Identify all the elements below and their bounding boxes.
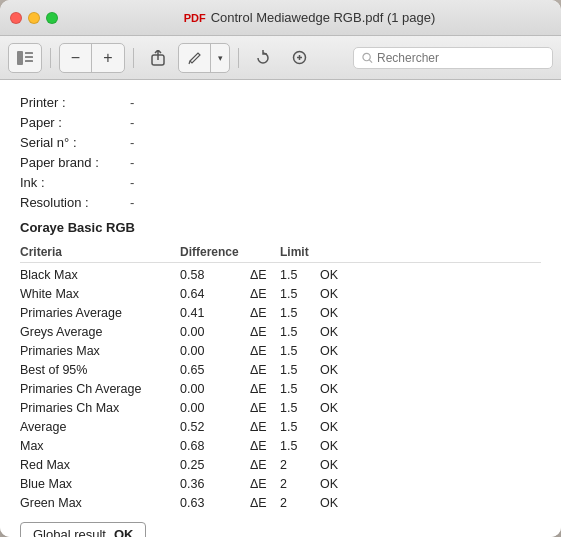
table-row: Primaries Max 0.00 ΔE 1.5 OK bbox=[20, 341, 541, 360]
pen-button-group: ▾ bbox=[178, 43, 230, 73]
row-criteria: Green Max bbox=[20, 496, 180, 510]
rotate-button[interactable] bbox=[247, 44, 279, 72]
row-limit: 2 bbox=[280, 458, 320, 472]
row-limit: 2 bbox=[280, 496, 320, 510]
zoom-button-group: − + bbox=[59, 43, 125, 73]
criteria-table: Criteria Difference Limit Black Max 0.58… bbox=[20, 241, 541, 512]
row-limit: 1.5 bbox=[280, 344, 320, 358]
annotate-button[interactable] bbox=[283, 44, 315, 72]
row-unit: ΔE bbox=[250, 477, 280, 491]
global-result-box: Global result OK bbox=[20, 522, 146, 537]
row-diff: 0.52 bbox=[180, 420, 250, 434]
header-limit: Limit bbox=[280, 245, 320, 259]
row-status: OK bbox=[320, 363, 360, 377]
table-row: Best of 95% 0.65 ΔE 1.5 OK bbox=[20, 360, 541, 379]
close-button[interactable] bbox=[10, 12, 22, 24]
search-input[interactable] bbox=[377, 51, 544, 65]
svg-rect-1 bbox=[25, 52, 33, 54]
svg-point-10 bbox=[363, 53, 370, 60]
row-unit: ΔE bbox=[250, 458, 280, 472]
table-row: White Max 0.64 ΔE 1.5 OK bbox=[20, 284, 541, 303]
sidebar-button-group bbox=[8, 43, 42, 73]
row-status: OK bbox=[320, 420, 360, 434]
row-criteria: Average bbox=[20, 420, 180, 434]
maximize-button[interactable] bbox=[46, 12, 58, 24]
row-criteria: Primaries Max bbox=[20, 344, 180, 358]
row-limit: 1.5 bbox=[280, 268, 320, 282]
pen-dropdown-button[interactable]: ▾ bbox=[211, 44, 229, 72]
share-button[interactable] bbox=[142, 44, 174, 72]
table-row: Max 0.68 ΔE 1.5 OK bbox=[20, 436, 541, 455]
search-icon bbox=[362, 52, 373, 64]
table-row: Blue Max 0.36 ΔE 2 OK bbox=[20, 474, 541, 493]
info-row-resolution: Resolution : - bbox=[20, 192, 541, 212]
row-diff: 0.00 bbox=[180, 344, 250, 358]
search-box[interactable] bbox=[353, 47, 553, 69]
row-status: OK bbox=[320, 401, 360, 415]
content-area: Printer : - Paper : - Serial n° : - Pape… bbox=[0, 80, 561, 537]
row-diff: 0.41 bbox=[180, 306, 250, 320]
paper-brand-label: Paper brand : bbox=[20, 155, 130, 170]
row-status: OK bbox=[320, 287, 360, 301]
pdf-icon: PDF bbox=[184, 12, 206, 24]
zoom-out-button[interactable]: − bbox=[60, 44, 92, 72]
info-row-paper: Paper : - bbox=[20, 112, 541, 132]
info-row-serial: Serial n° : - bbox=[20, 132, 541, 152]
svg-rect-0 bbox=[17, 51, 23, 65]
row-limit: 1.5 bbox=[280, 287, 320, 301]
paper-value: - bbox=[130, 115, 134, 130]
svg-line-11 bbox=[369, 59, 372, 62]
resolution-label: Resolution : bbox=[20, 195, 130, 210]
global-result-label: Global result bbox=[33, 527, 106, 537]
traffic-lights bbox=[10, 12, 58, 24]
title-label: Control Mediawedge RGB.pdf (1 page) bbox=[211, 10, 436, 25]
row-status: OK bbox=[320, 325, 360, 339]
zoom-in-button[interactable]: + bbox=[92, 44, 124, 72]
pen-button[interactable] bbox=[179, 44, 211, 72]
table-row: Greys Average 0.00 ΔE 1.5 OK bbox=[20, 322, 541, 341]
row-limit: 1.5 bbox=[280, 363, 320, 377]
row-unit: ΔE bbox=[250, 287, 280, 301]
paper-brand-value: - bbox=[130, 155, 134, 170]
toolbar: − + ▾ bbox=[0, 36, 561, 80]
row-diff: 0.00 bbox=[180, 382, 250, 396]
pen-icon bbox=[188, 51, 202, 65]
row-unit: ΔE bbox=[250, 382, 280, 396]
table-header-row: Criteria Difference Limit bbox=[20, 241, 541, 263]
sidebar-icon bbox=[17, 51, 33, 65]
ink-value: - bbox=[130, 175, 134, 190]
share-icon bbox=[151, 50, 165, 66]
svg-rect-2 bbox=[25, 56, 33, 58]
table-row: Green Max 0.63 ΔE 2 OK bbox=[20, 493, 541, 512]
row-status: OK bbox=[320, 477, 360, 491]
row-criteria: Max bbox=[20, 439, 180, 453]
info-row-ink: Ink : - bbox=[20, 172, 541, 192]
titlebar: PDF Control Mediawedge RGB.pdf (1 page) bbox=[0, 0, 561, 36]
row-diff: 0.58 bbox=[180, 268, 250, 282]
row-unit: ΔE bbox=[250, 306, 280, 320]
svg-line-6 bbox=[189, 61, 190, 64]
minimize-button[interactable] bbox=[28, 12, 40, 24]
row-diff: 0.65 bbox=[180, 363, 250, 377]
paper-label: Paper : bbox=[20, 115, 130, 130]
table-row: Average 0.52 ΔE 1.5 OK bbox=[20, 417, 541, 436]
row-diff: 0.63 bbox=[180, 496, 250, 510]
row-criteria: White Max bbox=[20, 287, 180, 301]
header-criteria: Criteria bbox=[20, 245, 180, 259]
window-title: PDF Control Mediawedge RGB.pdf (1 page) bbox=[68, 10, 551, 25]
row-diff: 0.68 bbox=[180, 439, 250, 453]
printer-label: Printer : bbox=[20, 95, 130, 110]
row-criteria: Best of 95% bbox=[20, 363, 180, 377]
header-difference: Difference bbox=[180, 245, 250, 259]
section-title: Coraye Basic RGB bbox=[20, 220, 541, 235]
annotate-icon bbox=[292, 50, 307, 65]
svg-rect-3 bbox=[25, 60, 33, 62]
row-criteria: Primaries Ch Max bbox=[20, 401, 180, 415]
row-diff: 0.00 bbox=[180, 325, 250, 339]
row-criteria: Black Max bbox=[20, 268, 180, 282]
row-limit: 1.5 bbox=[280, 439, 320, 453]
serial-value: - bbox=[130, 135, 134, 150]
sidebar-toggle-button[interactable] bbox=[9, 44, 41, 72]
table-row: Black Max 0.58 ΔE 1.5 OK bbox=[20, 265, 541, 284]
row-limit: 2 bbox=[280, 477, 320, 491]
